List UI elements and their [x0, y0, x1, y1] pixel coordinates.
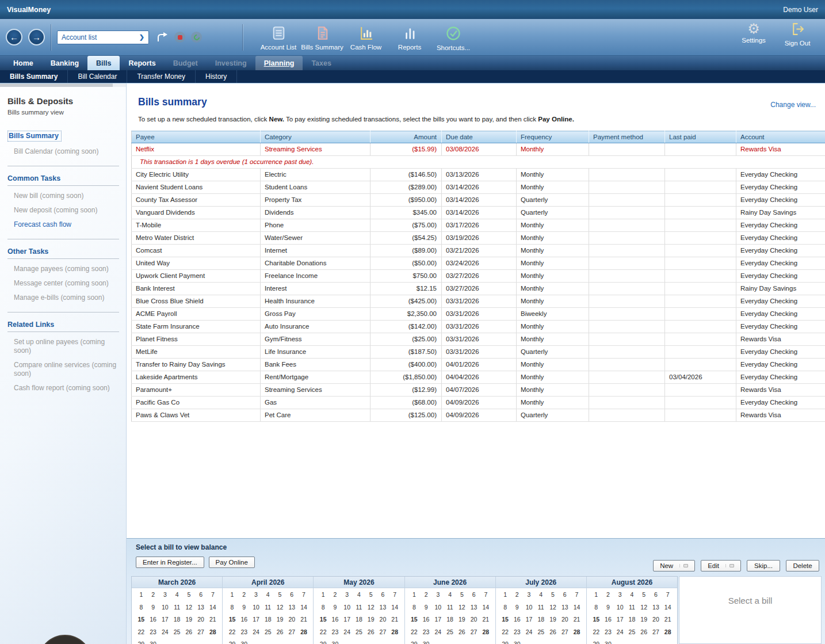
calendar-day[interactable]: 17: [159, 613, 171, 626]
calendar-day[interactable]: 10: [432, 601, 444, 614]
calendar-day[interactable]: 24: [614, 626, 626, 639]
sync-icon[interactable]: [191, 32, 202, 43]
forward-button[interactable]: →: [28, 29, 45, 45]
calendar-day[interactable]: 18: [626, 613, 638, 626]
calendar-day[interactable]: 18: [171, 613, 183, 626]
sidebar-item-bills-summary[interactable]: Bills Summary: [7, 131, 62, 142]
calendar-day[interactable]: 30: [329, 638, 341, 644]
calendar-day[interactable]: 1: [226, 589, 238, 601]
calendar-day[interactable]: 21: [480, 613, 492, 626]
calendar-day[interactable]: 1: [499, 589, 511, 601]
toolbar-item-bills-summary[interactable]: Bills Summary: [300, 23, 344, 51]
calendar-day[interactable]: 23: [420, 626, 432, 639]
calendar-day[interactable]: 8: [499, 601, 511, 614]
calendar-day[interactable]: 24: [159, 626, 171, 639]
calendar-day[interactable]: 30: [511, 638, 523, 644]
calendar-day[interactable]: 3: [614, 589, 626, 601]
subtab-transfer-money[interactable]: Transfer Money: [127, 70, 196, 83]
column-header-payment-method[interactable]: Payment method: [589, 131, 665, 143]
calendar-day[interactable]: 25: [171, 626, 183, 639]
calendar-day[interactable]: 23: [602, 626, 614, 639]
calendar-day[interactable]: 4: [353, 589, 365, 601]
calendar-day[interactable]: 1: [590, 589, 602, 601]
calendar-day[interactable]: 8: [135, 601, 147, 614]
column-header-due-date[interactable]: Due date: [442, 131, 517, 143]
calendar-day[interactable]: 23: [511, 626, 523, 639]
column-header-payee[interactable]: Payee: [132, 131, 261, 143]
calendar-day[interactable]: 15: [499, 613, 511, 626]
calendar-day[interactable]: 27: [286, 626, 298, 639]
calendar-day[interactable]: 4: [262, 589, 274, 601]
calendar-day[interactable]: 17: [614, 613, 626, 626]
calendar-day[interactable]: 15: [590, 613, 602, 626]
toolbar-item-reports[interactable]: Reports: [388, 23, 431, 51]
calendar-day[interactable]: 9: [511, 601, 523, 614]
calendar-day[interactable]: 6: [195, 589, 207, 601]
calendar-day[interactable]: 23: [147, 626, 159, 639]
calendar-day[interactable]: 7: [389, 589, 401, 601]
dropdown-split-icon[interactable]: [725, 564, 734, 567]
calendar-day[interactable]: 11: [535, 601, 547, 614]
calendar-day[interactable]: 28: [298, 626, 310, 639]
table-row[interactable]: Transfer to Rainy Day SavingsBank Fees($…: [132, 359, 825, 371]
table-row[interactable]: Paws & Claws VetPet Care($125.00)04/09/2…: [132, 409, 825, 422]
calendar-day[interactable]: 12: [365, 601, 377, 614]
calendar-day[interactable]: 2: [511, 589, 523, 601]
table-row[interactable]: Planet FitnessGym/Fitness($25.00)03/31/2…: [132, 333, 825, 346]
calendar-day[interactable]: 20: [650, 613, 662, 626]
calendar-day[interactable]: 12: [456, 601, 468, 614]
calendar-day[interactable]: 4: [171, 589, 183, 601]
calendar-day[interactable]: 4: [626, 589, 638, 601]
calendar-day[interactable]: 24: [250, 626, 262, 639]
tab-banking[interactable]: Banking: [42, 56, 87, 70]
calendar-day[interactable]: 29: [499, 638, 511, 644]
calendar-day[interactable]: 30: [238, 638, 250, 644]
toolbar-item-cash-flow[interactable]: Cash Flow: [344, 23, 388, 51]
calendar-day[interactable]: 19: [456, 613, 468, 626]
calendar-day[interactable]: 7: [662, 589, 674, 601]
calendar-day[interactable]: 8: [226, 601, 238, 614]
calendar-day[interactable]: 16: [511, 613, 523, 626]
calendar-day[interactable]: 4: [535, 589, 547, 601]
calendar-day[interactable]: 14: [389, 601, 401, 614]
calendar-day[interactable]: 30: [602, 638, 614, 644]
tab-taxes[interactable]: Taxes: [303, 56, 340, 70]
calendar-day[interactable]: 13: [468, 601, 480, 614]
calendar-day[interactable]: 20: [468, 613, 480, 626]
calendar-day[interactable]: 10: [250, 601, 262, 614]
calendar-day[interactable]: 25: [535, 626, 547, 639]
calendar-day[interactable]: 3: [250, 589, 262, 601]
table-row[interactable]: Vanguard DividendsDividends$345.0003/14/…: [132, 207, 825, 219]
toolbar-item-sign-out[interactable]: Sign Out: [776, 19, 819, 47]
calendar-day[interactable]: 18: [262, 613, 274, 626]
calendar-day[interactable]: 5: [456, 589, 468, 601]
calendar-day[interactable]: 21: [662, 613, 674, 626]
calendar-day[interactable]: 22: [135, 626, 147, 639]
calendar-day[interactable]: 14: [571, 601, 583, 614]
calendar-day[interactable]: 27: [468, 626, 480, 639]
tab-planning[interactable]: Planning: [255, 56, 303, 70]
calendar-day[interactable]: 18: [535, 613, 547, 626]
calendar-day[interactable]: 24: [432, 626, 444, 639]
calendar-day[interactable]: 6: [286, 589, 298, 601]
calendar-day[interactable]: 21: [298, 613, 310, 626]
tab-investing[interactable]: Investing: [207, 56, 255, 70]
table-row[interactable]: Metro Water DistrictWater/Sewer($54.25)0…: [132, 232, 825, 245]
calendar-day[interactable]: 20: [559, 613, 571, 626]
calendar-day[interactable]: 20: [377, 613, 389, 626]
calendar-day[interactable]: 19: [638, 613, 650, 626]
calendar-day[interactable]: 9: [329, 601, 341, 614]
calendar-day[interactable]: 28: [480, 626, 492, 639]
calendar-day[interactable]: 16: [329, 613, 341, 626]
calendar-day[interactable]: 20: [195, 613, 207, 626]
calendar-day[interactable]: 28: [389, 626, 401, 639]
calendar-day[interactable]: 6: [377, 589, 389, 601]
table-row[interactable]: T-MobilePhone($75.00)03/17/2026MonthlyEv…: [132, 219, 825, 232]
calendar-day[interactable]: 1: [135, 589, 147, 601]
calendar-day[interactable]: 1: [317, 589, 329, 601]
calendar-day[interactable]: 25: [626, 626, 638, 639]
calendar-day[interactable]: 22: [226, 626, 238, 639]
column-header-last-paid[interactable]: Last paid: [665, 131, 736, 143]
calendar-day[interactable]: 30: [420, 638, 432, 644]
calendar-day[interactable]: 3: [432, 589, 444, 601]
